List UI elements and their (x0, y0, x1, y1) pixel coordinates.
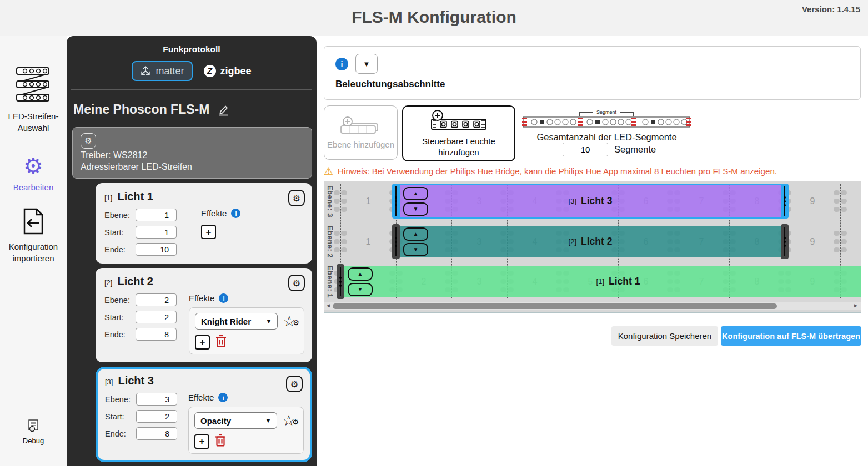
ebene-label: Ebene: (105, 395, 136, 404)
chevron-down-icon: ▼ (265, 318, 272, 325)
scroll-right-icon[interactable]: ► (853, 302, 859, 308)
move-down-button[interactable]: ▼ (348, 283, 373, 296)
bar-resize-handle[interactable] (392, 224, 400, 259)
segment-number: 1 (340, 185, 396, 217)
ende-input[interactable] (136, 243, 177, 256)
led-pad-dot (334, 207, 340, 212)
bar-resize-handle[interactable] (392, 184, 400, 219)
add-layer-label: Ebene hinzufügen (327, 140, 394, 149)
segment-count-input[interactable] (563, 143, 608, 156)
transfer-config-button[interactable]: Konfiguration auf FLS-M übertragen (721, 326, 861, 346)
sidebar-item-debug[interactable]: Debug (1, 419, 66, 446)
move-up-button[interactable]: ▲ (348, 267, 373, 281)
sidebar-item-label: Bearbeiten (1, 181, 66, 193)
start-input[interactable] (136, 226, 177, 239)
led-pad-dot (334, 231, 340, 236)
ende-input[interactable] (136, 328, 177, 341)
import-config-icon (22, 207, 45, 235)
bar-resize-handle[interactable] (781, 224, 789, 259)
segment-bar[interactable]: ▲▼[2]Licht 2 (396, 226, 785, 257)
rename-pencil-icon[interactable] (217, 104, 229, 116)
move-up-button[interactable]: ▲ (403, 187, 428, 200)
effect-settings-icon[interactable]: ☆⚙ (283, 314, 298, 328)
zigbee-label: zigbee (220, 65, 252, 77)
segment-number: 10 (840, 226, 861, 257)
save-config-button[interactable]: Konfiguration Speicheren (611, 326, 718, 346)
effects-label: Effekte (188, 393, 214, 402)
matter-protocol-button[interactable]: matter (132, 61, 192, 81)
light-tag: [3] (105, 378, 113, 386)
segment-bar[interactable]: ▲▼[1]Licht 1 (340, 266, 861, 297)
add-light-button[interactable]: Steuerbare Leuchte hinzufügen (402, 105, 515, 161)
delete-effect-button[interactable] (215, 434, 226, 449)
layer-axis-label: Ebene: 3 (326, 185, 334, 217)
move-down-button[interactable]: ▼ (403, 202, 428, 216)
light-settings-button[interactable]: ⚙ (288, 275, 305, 291)
start-input[interactable] (136, 410, 177, 423)
segment-number: 9 (785, 185, 840, 217)
light-name: Licht 1 (117, 190, 153, 203)
segment-number: 1 (340, 226, 396, 257)
scroll-left-icon[interactable]: ◄ (325, 302, 331, 308)
horizontal-scrollbar[interactable]: ◄ ► (324, 302, 861, 310)
led-strip-diagram: Segment (522, 108, 691, 130)
add-light-label: Steuerbare Leuchte hinzufügen (403, 136, 514, 158)
add-effect-button[interactable]: + (201, 225, 216, 239)
warning-icon: ⚠ (324, 165, 333, 178)
led-pad-dot (334, 247, 340, 252)
add-layer-button[interactable]: Ebene hinzufügen (324, 105, 398, 160)
layer-axis-label: Ebene: 1 (326, 265, 334, 297)
segment-number: 10 (840, 185, 861, 217)
sidebar-item-led-streifen-auswahl[interactable]: LED-Streifen-Auswahl (1, 65, 66, 134)
ende-input[interactable] (136, 427, 177, 440)
effect-panel: Opacity ▼ ☆⚙ + (188, 407, 304, 454)
driver-card[interactable]: ⚙ Treiber: WS2812 Adressierbarer LED-Str… (72, 127, 312, 179)
segment-unit-label: Segmente (614, 144, 656, 155)
move-down-button[interactable]: ▼ (403, 243, 428, 256)
trash-icon (215, 335, 227, 348)
light-tag: [2] (104, 278, 112, 287)
scrollbar-thumb[interactable] (333, 303, 777, 309)
info-icon[interactable]: i (219, 293, 228, 303)
ebene-input[interactable] (136, 293, 177, 306)
sidebar-item-bearbeiten[interactable]: ⚙ Bearbeiten (1, 154, 66, 193)
effect-select[interactable]: Opacity ▼ (194, 412, 277, 429)
effect-settings-icon[interactable]: ☆⚙ (282, 413, 298, 428)
ende-label: Ende: (105, 429, 136, 438)
info-icon[interactable]: i (335, 58, 348, 70)
sidebar-item-konfiguration-importieren[interactable]: Konfiguration importieren (1, 207, 66, 264)
light-card-3[interactable]: [3] Licht 3 ⚙ Ebene: Start: Ende: Effekt… (96, 367, 312, 462)
add-effect-button[interactable]: + (194, 434, 209, 449)
move-up-button[interactable]: ▲ (403, 227, 428, 241)
add-light-icon (428, 109, 489, 133)
delete-effect-button[interactable] (215, 335, 227, 350)
start-label: Start: (104, 228, 136, 237)
add-effect-button[interactable]: + (195, 335, 210, 350)
effect-select[interactable]: Knight Rider ▼ (195, 313, 278, 330)
bar-resize-handle[interactable] (781, 184, 789, 219)
info-icon[interactable]: i (218, 393, 228, 402)
led-pad-dot (334, 239, 340, 244)
info-icon[interactable]: i (231, 209, 240, 218)
ebene-input[interactable] (136, 393, 177, 406)
light-name: Licht 3 (118, 374, 153, 387)
segment-bar[interactable]: ▲▼[3]Licht 3 (396, 185, 785, 217)
effect-select-value: Opacity (200, 416, 231, 426)
light-card-1[interactable]: [1] Licht 1 ⚙ Ebene: Start: Ende: Effekt… (96, 183, 312, 264)
debug-icon (27, 419, 39, 433)
warning-text: Hinweis: Bei Verwendung der Philips Hue … (338, 166, 777, 176)
segment-number: 9 (785, 226, 840, 257)
ebene-input[interactable] (136, 209, 177, 221)
collapse-button[interactable]: ▼ (355, 54, 378, 74)
bar-resize-handle[interactable] (337, 264, 344, 299)
light-tag: [1] (104, 194, 112, 202)
sidebar-item-label: Konfiguration importieren (1, 241, 66, 264)
light-settings-button[interactable]: ⚙ (288, 190, 305, 206)
light-settings-button[interactable]: ⚙ (286, 376, 303, 392)
device-name: Meine Phoscon FLS-M (73, 102, 209, 117)
light-card-2[interactable]: [2] Licht 2 ⚙ Ebene: Start: Ende: Effekt… (96, 268, 312, 362)
zigbee-protocol-button[interactable]: Z zigbee (204, 65, 252, 77)
sidebar-item-label: Debug (1, 436, 66, 446)
protocol-heading: Funkprotokoll (67, 36, 317, 54)
start-input[interactable] (136, 311, 177, 323)
